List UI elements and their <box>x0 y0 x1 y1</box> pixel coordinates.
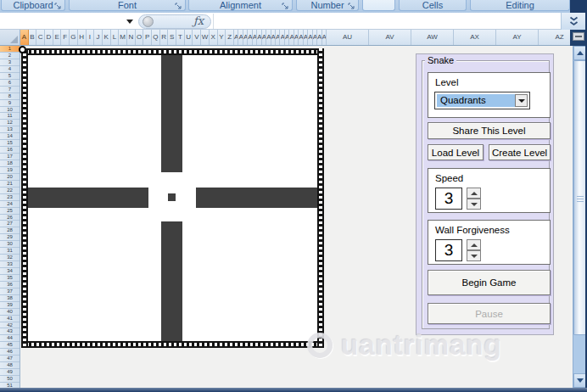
row-header-25[interactable]: 25 <box>0 208 20 215</box>
vertical-scrollbar[interactable] <box>573 46 585 388</box>
ribbon-group-cells[interactable]: Cells <box>399 0 467 11</box>
column-header-C[interactable]: C <box>36 30 45 45</box>
wall-forgiveness-value[interactable]: 3 <box>435 239 462 261</box>
row-header-27[interactable]: 27 <box>0 221 20 227</box>
column-header-P[interactable]: P <box>143 30 152 45</box>
column-header-AZ[interactable]: AZ <box>539 30 570 45</box>
column-header-AV[interactable]: AV <box>369 30 411 45</box>
row-header-5[interactable]: 5 <box>0 73 20 80</box>
row-header-28[interactable]: 28 <box>0 227 20 234</box>
row-header-29[interactable]: 29 <box>0 234 20 241</box>
scroll-up-button[interactable] <box>573 46 586 60</box>
column-header-W[interactable]: W <box>201 30 210 45</box>
row-header-12[interactable]: 12 <box>0 120 20 126</box>
column-header-J[interactable]: J <box>94 30 103 45</box>
row-header-40[interactable]: 40 <box>0 309 20 316</box>
column-header-Z[interactable]: Z <box>226 30 234 45</box>
expand-formula-bar-button[interactable] <box>561 13 585 30</box>
column-header-M[interactable]: M <box>119 30 127 45</box>
load-level-button[interactable]: Load Level <box>428 144 484 160</box>
create-level-button[interactable]: Create Level <box>489 144 551 160</box>
row-header-22[interactable]: 22 <box>0 188 20 194</box>
column-header-AU[interactable]: AU <box>327 30 369 45</box>
dialog-launcher-icon[interactable] <box>282 2 289 9</box>
column-header-X[interactable]: X <box>210 30 218 45</box>
fx-icon[interactable]: ƒx <box>193 14 212 28</box>
row-header-11[interactable]: 11 <box>0 113 20 120</box>
column-header-G[interactable]: G <box>70 30 78 45</box>
row-header-8[interactable]: 8 <box>0 93 20 100</box>
row-header-18[interactable]: 18 <box>0 160 20 167</box>
share-level-button[interactable]: Share This Level <box>428 122 551 139</box>
column-header-AY[interactable]: AY <box>496 30 539 45</box>
select-all-button[interactable] <box>0 30 20 46</box>
name-box[interactable] <box>0 13 125 29</box>
speed-down-button[interactable] <box>467 199 481 210</box>
level-dropdown-button[interactable] <box>515 94 528 107</box>
row-header-13[interactable]: 13 <box>0 126 20 133</box>
row-header-9[interactable]: 9 <box>0 100 20 107</box>
row-header-17[interactable]: 17 <box>0 154 20 160</box>
row-header-47[interactable]: 47 <box>0 356 20 362</box>
row-header-19[interactable]: 19 <box>0 167 20 174</box>
row-header-44[interactable]: 44 <box>0 335 20 342</box>
row-header-32[interactable]: 32 <box>0 255 20 261</box>
level-combobox[interactable]: Quadrants <box>434 92 530 109</box>
row-header-21[interactable]: 21 <box>0 181 20 188</box>
row-header-16[interactable]: 16 <box>0 147 20 154</box>
row-header-33[interactable]: 33 <box>0 261 20 268</box>
row-header-15[interactable]: 15 <box>0 140 20 147</box>
column-header-O[interactable]: O <box>136 30 144 45</box>
row-header-30[interactable]: 30 <box>0 241 20 248</box>
column-header-V[interactable]: V <box>193 30 201 45</box>
column-header-L[interactable]: L <box>111 30 120 45</box>
column-header-F[interactable]: F <box>61 30 70 45</box>
dialog-launcher-icon[interactable] <box>348 2 355 9</box>
ribbon-group-number[interactable]: Number <box>296 0 359 11</box>
column-header-U[interactable]: U <box>185 30 193 45</box>
ribbon-group-alignment[interactable]: Alignment <box>188 0 293 11</box>
column-header-E[interactable]: E <box>53 30 62 45</box>
ribbon-group-blank[interactable] <box>362 0 395 11</box>
row-header-50[interactable]: 50 <box>0 376 20 383</box>
column-header-A[interactable]: A <box>20 30 29 45</box>
board-corner-handle[interactable] <box>19 46 26 53</box>
column-header-S[interactable]: S <box>168 30 176 45</box>
begin-game-button[interactable]: Begin Game <box>428 270 551 295</box>
row-header-36[interactable]: 36 <box>0 282 20 288</box>
column-header-AX[interactable]: AX <box>454 30 496 45</box>
row-header-1[interactable]: 1 <box>0 46 20 53</box>
row-header-39[interactable]: 39 <box>0 302 20 309</box>
row-header-34[interactable]: 34 <box>0 268 20 275</box>
ribbon-group-editing[interactable]: Editing <box>470 0 570 11</box>
row-header-3[interactable]: 3 <box>0 59 20 66</box>
speed-up-button[interactable] <box>467 188 481 199</box>
column-header-I[interactable]: I <box>87 30 95 45</box>
row-header-49[interactable]: 49 <box>0 369 20 376</box>
row-header-48[interactable]: 48 <box>0 362 20 369</box>
row-header-6[interactable]: 6 <box>0 80 20 87</box>
speed-value[interactable]: 3 <box>435 188 462 210</box>
row-header-35[interactable]: 35 <box>0 275 20 282</box>
row-header-23[interactable]: 23 <box>0 194 20 201</box>
row-header-7[interactable]: 7 <box>0 87 20 93</box>
formula-input[interactable] <box>214 13 561 29</box>
wall-down-button[interactable] <box>467 250 481 261</box>
row-header-37[interactable]: 37 <box>0 288 20 295</box>
row-header-2[interactable]: 2 <box>0 53 20 59</box>
row-header-24[interactable]: 24 <box>0 201 20 208</box>
scrollbar-thumb[interactable] <box>573 60 586 335</box>
row-header-26[interactable]: 26 <box>0 215 20 221</box>
column-header-AW[interactable]: AW <box>411 30 454 45</box>
row-header-43[interactable]: 43 <box>0 328 20 335</box>
scroll-down-button[interactable] <box>573 373 586 388</box>
row-header-10[interactable]: 10 <box>0 107 20 114</box>
column-header-D[interactable]: D <box>45 30 53 45</box>
dialog-launcher-icon[interactable] <box>175 2 182 9</box>
column-header-Y[interactable]: Y <box>218 30 226 45</box>
column-header-R[interactable]: R <box>160 30 169 45</box>
column-header-N[interactable]: N <box>127 30 136 45</box>
row-header-41[interactable]: 41 <box>0 316 20 322</box>
wall-up-button[interactable] <box>467 239 481 250</box>
row-header-31[interactable]: 31 <box>0 248 20 255</box>
